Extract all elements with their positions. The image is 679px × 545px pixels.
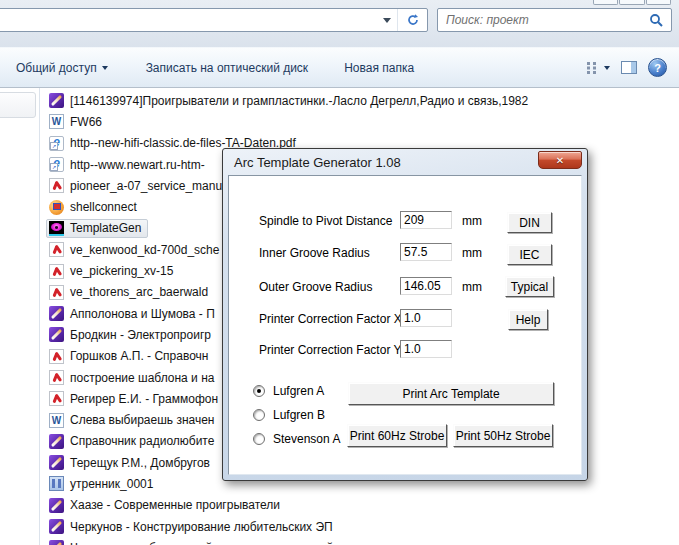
ie-shortcut-icon (49, 136, 64, 151)
file-row[interactable]: Черкунов - любительский высококачественн… (41, 537, 679, 545)
djvu-icon (49, 540, 64, 545)
spindle-distance-input[interactable] (400, 211, 452, 229)
new-folder-button[interactable]: Новая папка (338, 57, 420, 79)
djvu-icon (49, 306, 64, 321)
djvu-icon (49, 455, 64, 470)
templategen-icon (49, 221, 64, 236)
close-button[interactable]: ✕ (538, 151, 582, 169)
help-button[interactable]: ? (648, 58, 667, 77)
unit-label: mm (462, 214, 482, 228)
change-view-button[interactable] (586, 62, 610, 74)
pdf-icon (49, 264, 64, 279)
navigation-pane (0, 88, 40, 545)
field-label: Printer Correction Factor Y (259, 343, 402, 357)
file-row[interactable]: [1146139974]Проигрыватели и грампластинк… (41, 90, 679, 111)
arc-template-generator-dialog: Arc Template Generator 1.08 ✕ Spindle to… (222, 148, 588, 481)
radio-stevenson-a[interactable]: Stevenson A (253, 432, 340, 446)
explorer-window: Поиск: проект Общий доступ Записать на о… (0, 0, 679, 545)
djvu-icon (49, 327, 64, 342)
word-doc-icon (49, 413, 64, 428)
window-chrome: Поиск: проект Общий доступ Записать на о… (0, 0, 679, 88)
iec-button[interactable]: IEC (507, 244, 552, 265)
pdf-icon (49, 242, 64, 257)
dialog-title: Arc Template Generator 1.08 (234, 155, 401, 170)
view-tiles-icon (586, 62, 598, 74)
chevron-down-icon (102, 66, 108, 70)
field-label: Spindle to Pivot Distance (259, 214, 392, 228)
radio-icon (253, 433, 265, 445)
file-row[interactable]: FW66 (41, 111, 679, 132)
file-row[interactable]: Хаазе - Современные проигрыватели (41, 495, 679, 516)
nav-selected-item[interactable] (0, 92, 36, 118)
file-row[interactable]: Черкунов - Конструирование любительских … (41, 516, 679, 537)
ie-shortcut-icon (49, 157, 64, 172)
pdf-icon (49, 370, 64, 385)
shellconnect-icon (49, 200, 64, 215)
print-arc-template-button[interactable]: Print Arc Template (348, 382, 554, 405)
radio-lufgren-a[interactable]: Lufgren A (253, 384, 324, 398)
refresh-icon (406, 13, 420, 27)
pdf-icon (49, 285, 64, 300)
question-icon: ? (654, 62, 661, 74)
unit-label: mm (462, 246, 482, 260)
chevron-down-icon (383, 18, 391, 23)
radio-icon (253, 385, 265, 397)
search-icon[interactable] (649, 13, 663, 27)
close-icon: ✕ (556, 155, 564, 166)
field-label: Inner Groove Radius (259, 246, 370, 260)
command-bar: Общий доступ Записать на оптический диск… (0, 47, 679, 88)
djvu-icon (49, 434, 64, 449)
chevron-down-icon (604, 66, 610, 70)
field-label: Printer Correction Factor X (259, 312, 402, 326)
correction-y-input[interactable] (400, 340, 452, 358)
print-50hz-strobe-button[interactable]: Print 50Hz Strobe (453, 424, 553, 447)
pdf-icon (49, 391, 64, 406)
unit-label: mm (462, 280, 482, 294)
burn-button[interactable]: Записать на оптический диск (140, 57, 315, 79)
radio-icon (253, 409, 265, 421)
search-placeholder: Поиск: проект (446, 13, 649, 27)
pdf-icon (49, 178, 64, 193)
inner-groove-input[interactable] (400, 243, 452, 261)
dialog-body: Spindle to Pivot Distance Inner Groove R… (228, 175, 582, 475)
djvu-icon (49, 519, 64, 534)
djvu-icon (49, 498, 64, 513)
pdf-icon (49, 349, 64, 364)
correction-x-input[interactable] (400, 309, 452, 327)
djvu-icon (49, 93, 64, 108)
address-dropdown-button[interactable] (377, 9, 397, 31)
field-label: Outer Groove Radius (259, 280, 372, 294)
video-file-icon (49, 476, 64, 491)
print-60hz-strobe-button[interactable]: Print 60Hz Strobe (347, 424, 447, 447)
din-button[interactable]: DIN (507, 212, 552, 233)
typical-button[interactable]: Typical (505, 276, 554, 297)
help-button-dialog[interactable]: Help (508, 309, 548, 330)
radio-lufgren-b[interactable]: Lufgren B (253, 408, 325, 422)
search-box[interactable]: Поиск: проект (437, 8, 672, 32)
refresh-button[interactable] (397, 9, 427, 31)
preview-pane-button[interactable] (621, 61, 637, 74)
address-bar[interactable] (0, 8, 428, 32)
outer-groove-input[interactable] (400, 277, 452, 295)
caption-buttons[interactable] (593, 0, 671, 5)
share-button[interactable]: Общий доступ (10, 57, 114, 79)
word-doc-icon (49, 114, 64, 129)
